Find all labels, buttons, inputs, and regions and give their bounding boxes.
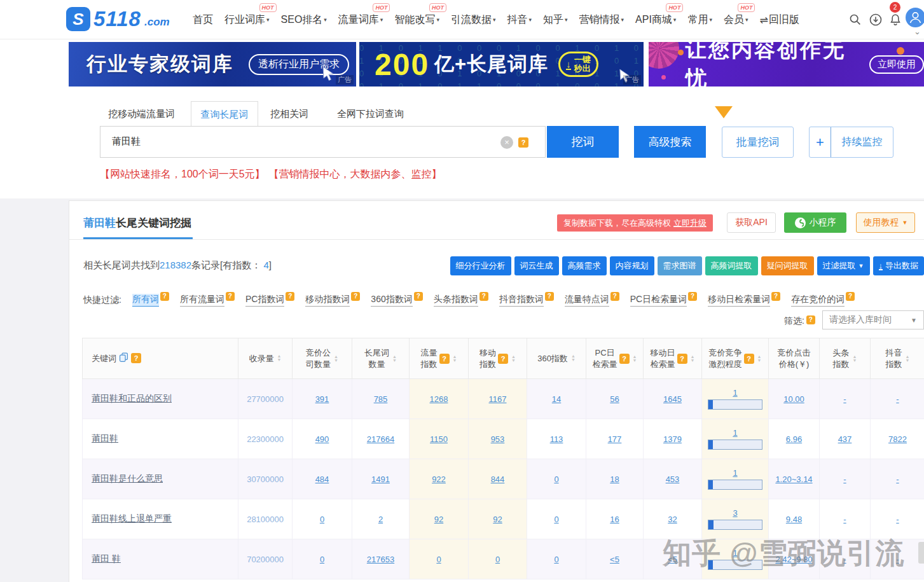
sort-arrows-icon[interactable]: ▲▼ bbox=[906, 355, 910, 363]
chevron-down-icon[interactable]: ⌄ bbox=[914, 27, 921, 36]
sort-arrows-icon[interactable]: ▲▼ bbox=[511, 355, 516, 363]
value-link[interactable]: 453 bbox=[666, 475, 680, 484]
keyword-link[interactable]: 莆田鞋 bbox=[92, 433, 118, 443]
tutorial-button[interactable]: 使用教程▼ bbox=[856, 212, 915, 233]
value-link[interactable]: 437 bbox=[838, 434, 852, 444]
nav-item-会员[interactable]: 会员▾HOT bbox=[724, 13, 748, 27]
value-link[interactable]: 953 bbox=[491, 434, 505, 444]
value-link[interactable]: - bbox=[843, 475, 846, 484]
filter-link[interactable]: 360指数词 bbox=[371, 294, 412, 307]
value-link[interactable]: - bbox=[896, 515, 899, 524]
value-link[interactable]: 9.48 bbox=[786, 515, 802, 524]
value-link[interactable]: 10.00 bbox=[783, 394, 804, 404]
value-link[interactable]: 0 bbox=[554, 555, 558, 564]
value-link[interactable]: 18 bbox=[610, 475, 619, 484]
value-link[interactable]: 217664 bbox=[367, 434, 394, 444]
column-header-1[interactable]: 收录量▲▼ bbox=[238, 338, 293, 379]
use-now-button[interactable]: 立即使用 bbox=[869, 55, 924, 74]
filter-link[interactable]: 所有词 bbox=[132, 294, 159, 307]
nav-item-知乎[interactable]: 知乎▾ bbox=[543, 13, 568, 27]
help-icon[interactable]: ? bbox=[610, 292, 619, 301]
competition-link[interactable]: 3 bbox=[733, 508, 737, 518]
value-link[interactable]: 217653 bbox=[367, 555, 394, 564]
value-link[interactable]: 922 bbox=[432, 475, 446, 484]
nav-item-引流数据[interactable]: 引流数据▾ bbox=[451, 13, 496, 27]
value-link[interactable]: 56 bbox=[610, 394, 619, 404]
nav-item-流量词库[interactable]: 流量词库▾HOT bbox=[338, 13, 383, 27]
tab-3[interactable]: 全网下拉词查询 bbox=[337, 102, 404, 126]
value-link[interactable]: 92 bbox=[434, 515, 443, 524]
filter-link[interactable]: PC日检索量词 bbox=[630, 294, 687, 307]
value-link[interactable]: 0 bbox=[554, 475, 558, 484]
column-header-8[interactable]: 移动日 检索量?▲▼ bbox=[644, 338, 702, 379]
banner-longtail-200b[interactable]: 0 1 0 1 1 0 0 0 1 0 0 1 0 1 0 1 1 0 1 0 … bbox=[359, 42, 644, 87]
sort-arrows-icon[interactable]: ▲▼ bbox=[334, 355, 338, 363]
value-link[interactable]: - bbox=[843, 515, 846, 524]
filter-link[interactable]: PC指数词 bbox=[245, 294, 284, 307]
action-需求图谱[interactable]: 需求图谱 bbox=[658, 256, 702, 275]
side-float-widget[interactable] bbox=[918, 542, 924, 564]
value-link[interactable]: 391 bbox=[315, 394, 329, 404]
column-header-0[interactable]: 关键词? bbox=[83, 338, 238, 379]
column-header-5[interactable]: 移动 指数?▲▼ bbox=[469, 338, 527, 379]
value-link[interactable]: 16 bbox=[610, 515, 619, 524]
competition-link[interactable]: 1 bbox=[733, 428, 737, 438]
value-link[interactable]: 0 bbox=[320, 515, 324, 524]
value-link[interactable]: 490 bbox=[315, 434, 329, 444]
help-icon[interactable]: ? bbox=[846, 292, 855, 301]
help-icon[interactable]: ? bbox=[351, 292, 360, 301]
add-monitor-button[interactable]: + bbox=[810, 127, 831, 157]
entry-time-select[interactable]: 请选择入库时间▼ bbox=[822, 310, 924, 329]
value-link[interactable]: 0 bbox=[554, 515, 558, 524]
keyword-link[interactable]: 莆田鞋是什么意思 bbox=[92, 473, 163, 483]
value-link[interactable]: 0 bbox=[436, 555, 441, 564]
cloud-download-icon[interactable] bbox=[868, 12, 883, 30]
value-link[interactable]: 1645 bbox=[663, 394, 682, 404]
help-icon[interactable]: ? bbox=[771, 292, 780, 301]
sort-arrows-icon[interactable]: ▲▼ bbox=[633, 355, 637, 363]
tab-0[interactable]: 挖移动端流量词 bbox=[108, 102, 175, 126]
nav-item-回旧版[interactable]: ⇌回旧版 bbox=[759, 13, 799, 27]
keyword-link[interactable]: 莆田 鞋 bbox=[92, 553, 121, 564]
column-header-11[interactable]: 头条 指数▲▼ bbox=[820, 338, 871, 379]
value-link[interactable]: 1491 bbox=[371, 475, 390, 484]
avatar[interactable] bbox=[906, 8, 924, 27]
banner-industry-lexicon[interactable]: 行业专家级词库 透析行业用户需求 广告 bbox=[69, 42, 356, 87]
action-细分行业分析[interactable]: 细分行业分析 bbox=[450, 256, 511, 275]
continuous-monitor-button[interactable]: 持续监控 bbox=[831, 127, 893, 157]
sort-arrows-icon[interactable]: ▲▼ bbox=[853, 355, 857, 363]
column-header-9[interactable]: 竞价竞争 激烈程度?▲▼ bbox=[702, 338, 769, 379]
value-link[interactable]: 785 bbox=[374, 394, 388, 404]
help-icon[interactable]: ? bbox=[226, 292, 235, 301]
column-header-6[interactable]: 360指数▲▼ bbox=[527, 338, 586, 379]
value-link[interactable]: 1150 bbox=[430, 434, 448, 444]
banner-content-creation[interactable]: 让您内容创作无忧 立即使用 bbox=[649, 42, 924, 87]
clear-icon[interactable]: × bbox=[500, 136, 513, 149]
upgrade-link[interactable]: 立即升级 bbox=[673, 218, 707, 229]
value-link[interactable]: 484 bbox=[315, 475, 329, 484]
filter-link[interactable]: 所有流量词 bbox=[180, 294, 224, 307]
value-link[interactable]: 1268 bbox=[430, 394, 448, 404]
column-header-7[interactable]: PC日 检索量?▲▼ bbox=[586, 338, 644, 379]
keyword-link[interactable]: 莆田鞋线上退单严重 bbox=[92, 513, 172, 523]
action-词云生成[interactable]: 词云生成 bbox=[514, 256, 559, 275]
help-icon[interactable]: ? bbox=[518, 137, 528, 148]
advanced-search-button[interactable]: 高级搜索 bbox=[634, 126, 706, 158]
copy-icon[interactable] bbox=[118, 352, 129, 366]
help-icon[interactable]: ? bbox=[479, 292, 488, 301]
search-icon[interactable] bbox=[848, 13, 862, 29]
mini-program-button[interactable]: 小程序 bbox=[784, 212, 846, 233]
sort-arrows-icon[interactable]: ▲▼ bbox=[571, 354, 576, 362]
value-link[interactable]: 92 bbox=[493, 515, 502, 524]
action-高频需求[interactable]: 高频需求 bbox=[562, 256, 607, 275]
help-icon[interactable]: ? bbox=[619, 354, 630, 364]
help-icon[interactable]: ? bbox=[545, 292, 554, 301]
help-icon[interactable]: ? bbox=[286, 292, 294, 301]
value-link[interactable]: 1379 bbox=[663, 434, 682, 444]
value-link[interactable]: 6.96 bbox=[786, 434, 802, 444]
keyword-link[interactable]: 莆田鞋和正品的区别 bbox=[92, 393, 172, 403]
help-icon[interactable]: ? bbox=[806, 315, 815, 324]
action-疑问词提取[interactable]: 疑问词提取 bbox=[761, 256, 814, 275]
column-header-4[interactable]: 流量 指数?▲▼ bbox=[410, 338, 469, 379]
action-高频词提取[interactable]: 高频词提取 bbox=[705, 256, 758, 275]
